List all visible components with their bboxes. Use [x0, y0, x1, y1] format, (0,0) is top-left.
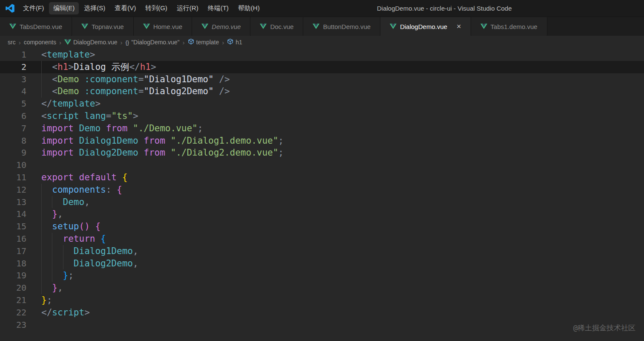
menu-item-help[interactable]: 帮助(H)	[234, 2, 264, 14]
code-line[interactable]: 19 };	[0, 269, 644, 282]
code-line[interactable]: 7import Demo from "./Demo.vue";	[0, 122, 644, 135]
line-number[interactable]: 10	[0, 159, 26, 171]
code-line[interactable]: 3 <Demo :component="Dialog1Demo" />	[0, 73, 644, 86]
breadcrumb-item-template[interactable]: template	[188, 38, 219, 46]
line-number[interactable]: 20	[0, 282, 26, 294]
code-line-content[interactable]: import Dialog1Demo from "./Dialog1.demo.…	[41, 135, 644, 147]
code-line[interactable]: 5</template>	[0, 98, 644, 110]
code-line-content[interactable]: },	[41, 282, 644, 294]
code-line-content[interactable]: export default {	[41, 171, 644, 184]
line-number[interactable]: 19	[0, 269, 26, 282]
code-line-content[interactable]: },	[41, 208, 644, 220]
close-icon[interactable]: ×	[457, 23, 461, 30]
line-number[interactable]: 5	[0, 98, 26, 110]
line-number[interactable]: 8	[0, 135, 26, 147]
menu-item-go[interactable]: 转到(G)	[141, 2, 172, 14]
tab-buttondemo-vue[interactable]: ButtonDemo.vue	[303, 17, 380, 36]
line-number[interactable]: 21	[0, 294, 26, 306]
vue-icon	[9, 23, 16, 30]
code-line-content[interactable]: <h1>Dialog 示例</h1>	[41, 61, 644, 73]
code-line[interactable]: 2 <h1>Dialog 示例</h1>	[0, 61, 644, 73]
breadcrumb-item-src[interactable]: src	[8, 39, 16, 46]
tab-demo-vue[interactable]: Demo.vue	[192, 17, 250, 36]
token	[101, 123, 106, 133]
tab-topnav-vue[interactable]: Topnav.vue	[72, 17, 134, 36]
line-number[interactable]: 16	[0, 233, 26, 245]
line-number[interactable]: 3	[0, 73, 26, 86]
token: {	[95, 221, 101, 231]
tab-dialogdemo-vue[interactable]: DialogDemo.vue×	[380, 17, 471, 36]
line-number[interactable]: 22	[0, 306, 26, 319]
tab-tabsdemo-vue[interactable]: TabsDemo.vue	[0, 17, 72, 36]
menu-item-selection[interactable]: 选择(S)	[80, 2, 109, 14]
line-number[interactable]: 17	[0, 245, 26, 257]
menu-item-run[interactable]: 运行(R)	[172, 2, 203, 14]
code-line[interactable]: 9import Dialog2Demo from "./Dialog2.demo…	[0, 147, 644, 159]
token	[117, 172, 122, 182]
menu-item-view[interactable]: 查看(V)	[110, 2, 140, 14]
code-line-content[interactable]	[41, 159, 644, 171]
menu-item-terminal[interactable]: 终端(T)	[204, 2, 233, 14]
breadcrumb-item-h1[interactable]: h1	[227, 38, 242, 46]
code-line[interactable]: 17 Dialog1Demo,	[0, 245, 644, 257]
breadcrumb-item-module[interactable]: {}"DialogDemo.vue"	[125, 39, 179, 46]
breadcrumb-item-dialogdemo-file[interactable]: DialogDemo.vue	[64, 39, 118, 46]
code-line[interactable]: 11export default {	[0, 171, 644, 184]
code-line-content[interactable]: Demo,	[41, 196, 644, 208]
code-line-content[interactable]: Dialog2Demo,	[41, 257, 644, 270]
code-line-content[interactable]: <Demo :component="Dialog2Demo" />	[41, 85, 644, 98]
code-line[interactable]: 12 components: {	[0, 184, 644, 196]
line-number[interactable]: 15	[0, 220, 26, 233]
code-line-content[interactable]: setup() {	[41, 220, 644, 233]
code-line[interactable]: 1<template>	[0, 49, 644, 61]
line-number[interactable]: 18	[0, 257, 26, 270]
line-number[interactable]: 7	[0, 122, 26, 135]
code-line[interactable]: 6<script lang="ts">	[0, 110, 644, 122]
line-number[interactable]: 2	[0, 61, 26, 73]
code-line-content[interactable]	[41, 319, 644, 331]
code-line[interactable]: 23	[0, 319, 644, 331]
code-line-content[interactable]: <script lang="ts">	[41, 110, 644, 122]
code-line-content[interactable]: </template>	[41, 98, 644, 110]
line-number[interactable]: 9	[0, 147, 26, 159]
code-line[interactable]: 14 },	[0, 208, 644, 220]
menu-item-file[interactable]: 文件(F)	[19, 2, 48, 14]
code-line[interactable]: 8import Dialog1Demo from "./Dialog1.demo…	[0, 135, 644, 147]
line-number[interactable]: 4	[0, 85, 26, 98]
code-line-content[interactable]: Dialog1Demo,	[41, 245, 644, 257]
indent-guide	[52, 257, 52, 270]
menu-item-edit[interactable]: 编辑(E)	[49, 2, 79, 14]
line-number[interactable]: 23	[0, 319, 26, 331]
editor[interactable]: 1<template>2 <h1>Dialog 示例</h1>3 <Demo :…	[0, 49, 644, 341]
tab-tabs1-demo-vue[interactable]: Tabs1.demo.vue	[471, 17, 547, 36]
code-line-content[interactable]: <Demo :component="Dialog1Demo" />	[41, 73, 644, 86]
code-line-content[interactable]: return {	[41, 233, 644, 245]
code-line[interactable]: 18 Dialog2Demo,	[0, 257, 644, 270]
code-line[interactable]: 13 Demo,	[0, 196, 644, 208]
code-line[interactable]: 15 setup() {	[0, 220, 644, 233]
line-number[interactable]: 12	[0, 184, 26, 196]
code-line-content[interactable]: import Demo from "./Demo.vue";	[41, 122, 644, 135]
line-number[interactable]: 1	[0, 49, 26, 61]
code-line-content[interactable]: };	[41, 294, 644, 306]
breadcrumb-item-components[interactable]: components	[24, 39, 56, 46]
line-number[interactable]: 11	[0, 171, 26, 184]
code-line[interactable]: 20 },	[0, 282, 644, 294]
code-line[interactable]: 4 <Demo :component="Dialog2Demo" />	[0, 85, 644, 98]
tab-doc-vue[interactable]: Doc.vue	[250, 17, 303, 36]
line-number[interactable]: 13	[0, 196, 26, 208]
code-line[interactable]: 10	[0, 159, 644, 171]
token: ,	[133, 246, 138, 256]
code-line[interactable]: 16 return {	[0, 233, 644, 245]
line-number[interactable]: 6	[0, 110, 26, 122]
tab-home-vue[interactable]: Home.vue	[134, 17, 192, 36]
token: >	[95, 98, 101, 109]
code-line-content[interactable]: </script>	[41, 306, 644, 319]
code-line-content[interactable]: components: {	[41, 184, 644, 196]
code-line-content[interactable]: <template>	[41, 49, 644, 61]
code-line[interactable]: 21};	[0, 294, 644, 306]
line-number[interactable]: 14	[0, 208, 26, 220]
code-line-content[interactable]: import Dialog2Demo from "./Dialog2.demo.…	[41, 147, 644, 159]
code-line-content[interactable]: };	[41, 269, 644, 282]
code-line[interactable]: 22</script>	[0, 306, 644, 319]
